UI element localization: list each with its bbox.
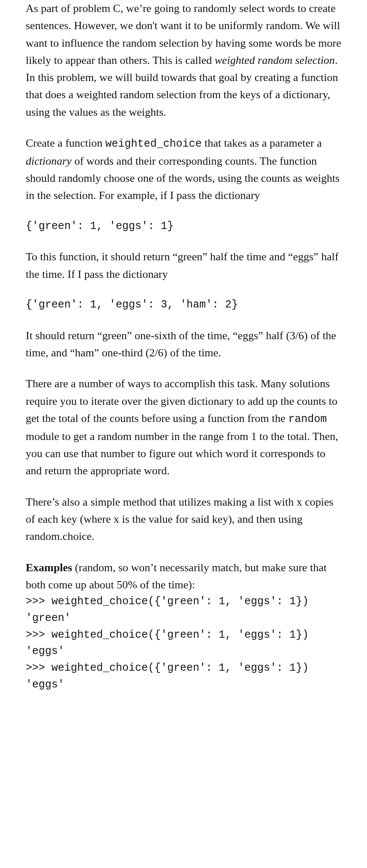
function-name-code: weighted_choice [105, 138, 202, 150]
approach-paragraph-2: There’s also a simple method that utiliz… [26, 494, 341, 546]
explanation-paragraph-2: It should return “green” one-sixth of th… [26, 327, 341, 362]
intro-paragraph: As part of problem C, we’re going to ran… [26, 0, 341, 121]
module-name-code: random [288, 413, 327, 425]
code-example-dict-1: {'green': 1, 'eggs': 1} [26, 218, 341, 235]
text: of words and their corresponding counts.… [26, 155, 340, 202]
text: module to get a random number in the ran… [26, 430, 338, 477]
text: Create a function [26, 137, 105, 149]
function-spec-paragraph: Create a function weighted_choice that t… [26, 135, 341, 205]
document-page: As part of problem C, we’re going to ran… [0, 0, 367, 711]
examples-code-block: >>> weighted_choice({'green': 1, 'eggs':… [26, 594, 341, 693]
term-dictionary: dictionary [26, 155, 72, 167]
text: that takes as a parameter a [202, 137, 322, 149]
explanation-paragraph-1: To this function, it should return “gree… [26, 248, 341, 283]
approach-paragraph-1: There are a number of ways to accomplish… [26, 375, 341, 479]
examples-intro: Examples (random, so won’t necessarily m… [26, 559, 341, 594]
code-example-dict-2: {'green': 1, 'eggs': 3, 'ham': 2} [26, 297, 341, 313]
term-weighted-random-selection: weighted random selection [215, 54, 335, 66]
examples-label: Examples [26, 561, 72, 574]
